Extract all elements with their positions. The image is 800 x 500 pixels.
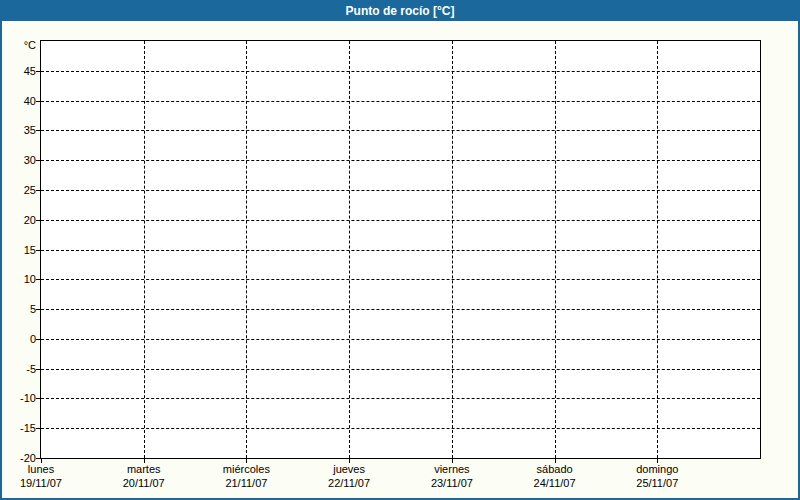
y-tick-mark xyxy=(36,279,40,280)
x-day-label: lunes xyxy=(0,462,92,476)
y-tick-mark xyxy=(36,130,40,131)
v-gridline xyxy=(246,41,247,458)
y-tick-label: -10 xyxy=(2,391,36,405)
y-tick-mark xyxy=(36,160,40,161)
x-category-label: jueves22/11/07 xyxy=(298,462,400,490)
y-tick-mark xyxy=(36,428,40,429)
h-gridline xyxy=(41,130,760,131)
v-gridline xyxy=(452,41,453,458)
h-gridline xyxy=(41,398,760,399)
v-gridline xyxy=(657,41,658,458)
h-gridline xyxy=(41,279,760,280)
plot-area xyxy=(40,40,761,459)
x-day-label: viernes xyxy=(401,462,503,476)
x-tick-mark xyxy=(555,458,556,463)
x-day-label: domingo xyxy=(606,462,708,476)
x-category-label: martes20/11/07 xyxy=(93,462,195,490)
x-category-label: sábado24/11/07 xyxy=(504,462,606,490)
x-day-label: martes xyxy=(93,462,195,476)
h-gridline xyxy=(41,428,760,429)
y-tick-label: 35 xyxy=(2,123,36,137)
x-date-label: 23/11/07 xyxy=(401,476,503,490)
y-tick-mark xyxy=(36,309,40,310)
x-tick-mark xyxy=(452,458,453,463)
y-tick-mark xyxy=(36,339,40,340)
y-tick-mark xyxy=(36,101,40,102)
y-tick-label: 45 xyxy=(2,64,36,78)
x-day-label: sábado xyxy=(504,462,606,476)
x-category-label: lunes19/11/07 xyxy=(0,462,92,490)
x-tick-mark xyxy=(246,458,247,463)
chart-title: Punto de rocío [°C] xyxy=(346,4,455,18)
h-gridline xyxy=(41,220,760,221)
y-tick-label: 0 xyxy=(2,332,36,346)
h-gridline xyxy=(41,339,760,340)
x-date-label: 22/11/07 xyxy=(298,476,400,490)
x-tick-mark xyxy=(657,458,658,463)
y-axis-unit-label: °C xyxy=(2,38,36,52)
y-tick-mark xyxy=(36,398,40,399)
h-gridline xyxy=(41,71,760,72)
x-category-label: miércoles21/11/07 xyxy=(195,462,297,490)
v-gridline xyxy=(144,41,145,458)
h-gridline xyxy=(41,101,760,102)
h-gridline xyxy=(41,160,760,161)
y-tick-label: 20 xyxy=(2,213,36,227)
h-gridline xyxy=(41,190,760,191)
x-tick-mark xyxy=(144,458,145,463)
x-tick-mark xyxy=(41,458,42,463)
chart-title-bar: Punto de rocío [°C] xyxy=(0,0,800,21)
y-tick-label: -15 xyxy=(2,421,36,435)
y-tick-label: 25 xyxy=(2,183,36,197)
y-tick-mark xyxy=(36,369,40,370)
h-gridline xyxy=(41,309,760,310)
y-tick-label: 5 xyxy=(2,302,36,316)
y-tick-label: 30 xyxy=(2,153,36,167)
h-gridline xyxy=(41,250,760,251)
x-date-label: 25/11/07 xyxy=(606,476,708,490)
y-tick-label: 40 xyxy=(2,94,36,108)
y-tick-mark xyxy=(36,220,40,221)
v-gridline xyxy=(349,41,350,458)
x-date-label: 24/11/07 xyxy=(504,476,606,490)
y-tick-mark xyxy=(36,190,40,191)
y-tick-mark xyxy=(36,250,40,251)
chart-window: Punto de rocío [°C] °C 45403530252015105… xyxy=(0,0,800,500)
x-date-label: 21/11/07 xyxy=(195,476,297,490)
y-tick-label: 10 xyxy=(2,272,36,286)
x-date-label: 20/11/07 xyxy=(93,476,195,490)
y-tick-label: -5 xyxy=(2,362,36,376)
x-category-label: viernes23/11/07 xyxy=(401,462,503,490)
h-gridline xyxy=(41,369,760,370)
x-tick-mark xyxy=(349,458,350,463)
y-tick-label: 15 xyxy=(2,243,36,257)
y-tick-mark xyxy=(36,458,40,459)
x-day-label: jueves xyxy=(298,462,400,476)
x-category-label: domingo25/11/07 xyxy=(606,462,708,490)
v-gridline xyxy=(555,41,556,458)
y-tick-mark xyxy=(36,71,40,72)
x-day-label: miércoles xyxy=(195,462,297,476)
x-date-label: 19/11/07 xyxy=(0,476,92,490)
